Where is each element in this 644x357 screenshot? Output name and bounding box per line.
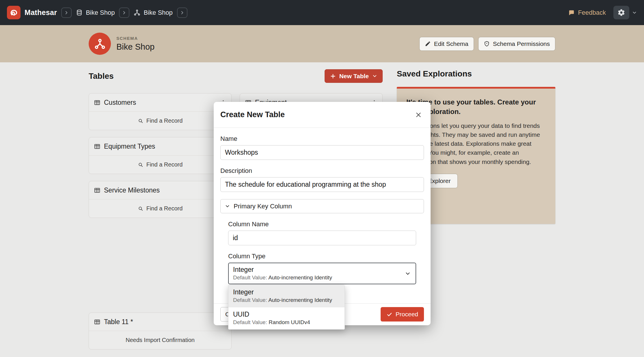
breadcrumb-switcher-1[interactable] [61, 8, 72, 18]
pencil-icon [425, 41, 431, 47]
feedback-label: Feedback [578, 9, 606, 16]
tables-section-header: Tables New Table [89, 69, 383, 83]
new-table-label: New Table [339, 73, 369, 80]
default-value-label: Default Value: [233, 319, 267, 325]
schema-kicker: SCHEMA [116, 36, 155, 41]
column-name-input[interactable] [228, 231, 416, 245]
schema-icon [94, 38, 106, 50]
chevron-down-icon [405, 270, 411, 277]
gear-icon [617, 9, 625, 16]
primary-key-section-body: Column Name Column Type Integer Default … [220, 220, 424, 284]
table-name-input[interactable] [220, 145, 424, 160]
modal-close-button[interactable] [413, 109, 424, 120]
schema-permissions-button[interactable]: Schema Permissions [478, 37, 555, 51]
table-card-equipment-types: Equipment Types Find a Record [89, 137, 232, 174]
mathesar-brand[interactable]: Mathesar [7, 6, 57, 19]
table-card-service-milestones: Service Milestones Find a Record [89, 181, 232, 218]
edit-schema-label: Edit Schema [434, 40, 468, 47]
breadcrumb-switcher-2[interactable] [119, 8, 129, 18]
table-icon [94, 187, 100, 194]
find-record-button[interactable]: Find a Record [89, 112, 231, 130]
default-value-text: Auto-incrementing Identity [268, 297, 332, 303]
primary-key-section-label: Primary Key Column [234, 203, 292, 210]
breadcrumb-database-label: Bike Shop [86, 9, 115, 16]
close-icon [415, 111, 422, 119]
schema-avatar [89, 33, 111, 55]
column-type-select[interactable]: Integer Default Value: Auto-incrementing… [228, 263, 416, 284]
table-card-customers: Customers Find a Record [89, 93, 232, 130]
brand-name: Mathesar [25, 8, 57, 17]
settings-menu[interactable] [613, 6, 637, 19]
plus-icon [330, 73, 336, 79]
edit-schema-button[interactable]: Edit Schema [419, 37, 474, 51]
find-record-label: Find a Record [146, 117, 183, 124]
breadcrumb-schema-label: Bike Shop [144, 9, 172, 16]
primary-key-section-toggle[interactable]: Primary Key Column [220, 199, 424, 213]
chevron-down-icon [632, 10, 637, 15]
name-field-label: Name [220, 135, 424, 143]
option-name: UUID [233, 311, 340, 318]
column-type-dropdown: Integer Default Value: Auto-incrementing… [228, 285, 345, 330]
table-name: Table 11 * [104, 318, 133, 326]
magnifier-icon [138, 162, 144, 168]
speech-bubble-icon [568, 9, 575, 16]
page-title: Bike Shop [116, 42, 155, 52]
schema-meta: SCHEMA Bike Shop [116, 36, 155, 52]
top-navbar: Mathesar Bike Shop Bike Shop Feedback [0, 0, 644, 25]
breadcrumb-database[interactable]: Bike Shop [76, 9, 115, 16]
selected-type-detail: Default Value: Auto-incrementing Identit… [233, 274, 399, 281]
column-name-label: Column Name [228, 220, 416, 228]
modal-header: Create New Table [214, 102, 431, 128]
table-name: Equipment Types [104, 143, 155, 150]
default-value-label: Default Value: [233, 274, 267, 281]
table-icon [94, 143, 100, 150]
table-link[interactable]: Table 11 * [89, 313, 231, 331]
table-description-input[interactable] [220, 177, 424, 192]
find-record-label: Find a Record [146, 161, 183, 168]
create-new-table-modal: Create New Table Name Description Primar… [214, 102, 431, 325]
chevron-right-icon [180, 10, 185, 15]
tables-heading: Tables [89, 72, 114, 81]
feedback-link[interactable]: Feedback [568, 9, 606, 16]
chevron-down-icon [372, 73, 377, 79]
mathesar-logo-icon [7, 6, 21, 19]
default-value-text: Random UUIDv4 [269, 319, 310, 325]
settings-button[interactable] [613, 6, 629, 19]
find-record-button[interactable]: Find a Record [89, 199, 231, 218]
shield-icon [484, 41, 490, 47]
dropdown-option-uuid[interactable]: UUID Default Value: Random UUIDv4 [228, 307, 345, 329]
schema-actions: Edit Schema Schema Permissions [419, 37, 555, 51]
saved-explorations-heading: Saved Explorations [397, 69, 555, 78]
table-link[interactable]: Equipment Types [89, 137, 231, 156]
breadcrumb-switcher-3[interactable] [177, 8, 187, 18]
table-link[interactable]: Customers [89, 94, 231, 112]
find-record-button[interactable]: Find a Record [89, 156, 231, 174]
default-value-label: Default Value: [233, 297, 267, 303]
option-detail: Default Value: Random UUIDv4 [233, 319, 340, 326]
option-detail: Default Value: Auto-incrementing Identit… [233, 297, 340, 303]
table-icon [94, 319, 100, 325]
database-icon [76, 9, 83, 16]
magnifier-icon [138, 206, 144, 212]
modal-body: Name Description Primary Key Column Colu… [214, 135, 431, 284]
schema-header: SCHEMA Bike Shop Edit Schema Schema Perm… [0, 25, 644, 62]
chevron-right-icon [64, 10, 69, 15]
option-name: Integer [233, 288, 340, 296]
default-value-text: Auto-incrementing Identity [268, 274, 332, 281]
chevron-right-icon [122, 10, 127, 15]
table-name: Customers [104, 99, 136, 106]
new-table-button[interactable]: New Table [325, 69, 383, 83]
check-icon [386, 311, 392, 317]
dropdown-option-integer[interactable]: Integer Default Value: Auto-incrementing… [228, 285, 345, 307]
magnifier-icon [138, 118, 144, 124]
main-content: Tables New Table Customers Find a Record [0, 62, 644, 357]
needs-import-confirmation-link[interactable]: Needs Import Confirmation [89, 331, 231, 349]
table-card-table-11: Table 11 * Needs Import Confirmation [89, 313, 232, 349]
selected-type-name: Integer [233, 266, 399, 274]
import-status-label: Needs Import Confirmation [126, 337, 195, 343]
find-record-label: Find a Record [146, 205, 183, 212]
table-link[interactable]: Service Milestones [89, 181, 231, 199]
breadcrumb-schema[interactable]: Bike Shop [134, 9, 172, 16]
column-type-label: Column Type [228, 253, 416, 260]
proceed-button[interactable]: Proceed [381, 307, 424, 322]
